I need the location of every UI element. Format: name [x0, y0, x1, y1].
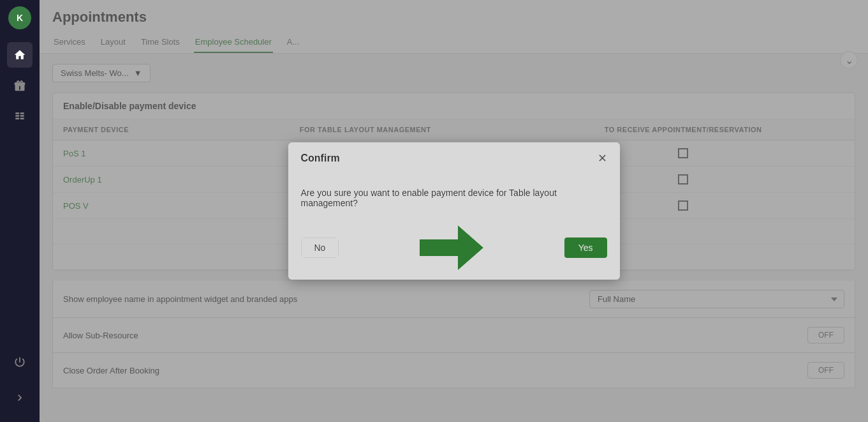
arrow-body	[420, 239, 458, 256]
sidebar: K	[0, 0, 40, 422]
sidebar-item-expand[interactable]	[7, 385, 33, 411]
modal-header: Confirm ✕	[288, 142, 620, 172]
modal-overlay: Confirm ✕ Are you sure you want to enabl…	[40, 0, 868, 422]
modal-yes-button[interactable]: Yes	[564, 237, 607, 258]
modal-close-button[interactable]: ✕	[598, 153, 607, 164]
sidebar-item-power[interactable]	[7, 349, 33, 375]
modal-title: Confirm	[301, 153, 340, 164]
modal-footer: No Yes	[288, 221, 620, 280]
confirm-modal: Confirm ✕ Are you sure you want to enabl…	[288, 142, 620, 280]
arrow-head	[458, 225, 483, 270]
green-arrow-icon	[420, 229, 483, 267]
modal-message: Are you sure you want to enable payment …	[301, 188, 557, 208]
sidebar-item-grid[interactable]	[7, 103, 33, 129]
avatar[interactable]: K	[8, 6, 31, 29]
arrow-container	[420, 229, 483, 267]
sidebar-item-gifts[interactable]	[7, 73, 33, 98]
main-content: Appointments Services Layout Time Slots …	[40, 0, 868, 422]
modal-body: Are you sure you want to enable payment …	[288, 172, 620, 221]
modal-no-button[interactable]: No	[301, 237, 339, 258]
sidebar-item-home[interactable]	[7, 42, 33, 68]
